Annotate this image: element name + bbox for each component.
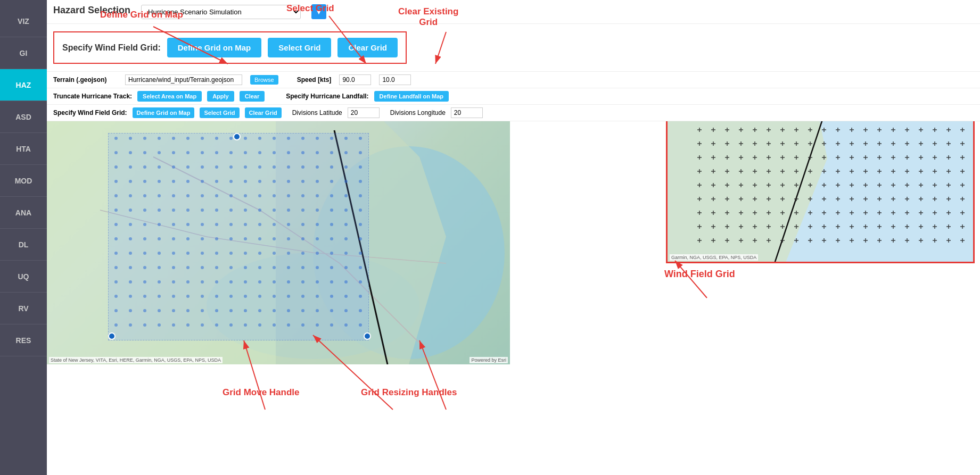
grid-handle-bottom-right[interactable]: [364, 332, 371, 340]
sidebar-item-ana[interactable]: ANA: [0, 197, 47, 229]
ann-wind-field-grid: Wind Field Grid: [664, 269, 735, 280]
define-landfall-btn[interactable]: Define Landfall on Map: [374, 91, 449, 102]
grid-handle-top-center[interactable]: [233, 133, 241, 140]
simulation-type-select[interactable]: Hurricane Scenario Simulation: [141, 5, 301, 19]
select-area-on-map-btn[interactable]: Select Area on Map: [137, 91, 202, 102]
header-row: Hazard Selection Hurricane Scenario Simu…: [47, 0, 980, 24]
sidebar-item-viz[interactable]: VIZ: [0, 5, 47, 37]
wind-grid-map: Garmin, NGA, USGS, EPA, NPS, USDA: [666, 104, 975, 263]
select-grid-btn-row[interactable]: Select Grid: [200, 107, 239, 118]
divisions-lon-input[interactable]: [451, 107, 483, 118]
wind-grid-map-bg: Garmin, NGA, USGS, EPA, NPS, USDA: [668, 105, 973, 262]
ann-grid-move-handle: Grid Move Handle: [223, 387, 300, 398]
speed-input[interactable]: [339, 74, 371, 85]
sidebar-item-res[interactable]: RES: [0, 324, 47, 356]
terrain-input[interactable]: [125, 74, 242, 85]
ann-grid-resizing-handles: Grid Resizing Handles: [361, 387, 457, 398]
map-attribution: State of New Jersey, VITA, Esri, HERE, G…: [49, 357, 223, 363]
divisions-lon-label: Divisions Longitude: [390, 109, 446, 116]
define-grid-btn-row[interactable]: Define Grid on Map: [133, 107, 195, 118]
terrain-label: Terrain (.geojson): [53, 76, 117, 84]
wind-grid-row: Specify Wind Field Grid: Define Grid on …: [47, 105, 980, 121]
speed-perturbation-input[interactable]: [379, 74, 411, 85]
map-powered-by: Powered by Esri: [470, 357, 508, 363]
apply-btn[interactable]: Apply: [207, 91, 234, 102]
wind-grid-attribution: Garmin, NGA, USGS, EPA, NPS, USDA: [670, 254, 758, 261]
hazard-selection-title: Hazard Selection: [53, 5, 130, 16]
specify-grid-label: Specify Wind Field Grid:: [62, 43, 161, 53]
sidebar-item-gi[interactable]: GI: [0, 37, 47, 69]
grid-handle-bottom-left[interactable]: [108, 332, 116, 340]
clear-grid-btn-main[interactable]: Clear Grid: [337, 38, 398, 57]
top-panel: Hazard Selection Hurricane Scenario Simu…: [47, 0, 980, 121]
terrain-speed-row: Terrain (.geojson) Browse Speed [kts]: [47, 72, 980, 88]
sidebar-item-uq[interactable]: UQ: [0, 261, 47, 293]
wind-grid-svg: [668, 105, 975, 263]
select-grid-btn-main[interactable]: Select Grid: [268, 38, 331, 57]
divisions-lat-input[interactable]: [348, 107, 380, 118]
landfall-label: Specify Hurricane Landfall:: [286, 93, 368, 100]
sidebar-item-rv[interactable]: RV: [0, 293, 47, 324]
main-map[interactable]: State of New Jersey, VITA, Esri, HERE, G…: [47, 104, 510, 364]
main-content: Hazard Selection Hurricane Scenario Simu…: [47, 0, 980, 475]
wind-grid-row-label: Specify Wind Field Grid:: [53, 109, 127, 116]
main-map-container: State of New Jersey, VITA, Esri, HERE, G…: [47, 104, 510, 364]
clear-truncate-btn[interactable]: Clear: [240, 91, 265, 102]
clear-grid-btn-row[interactable]: Clear Grid: [245, 107, 282, 118]
sidebar-item-hta[interactable]: HTA: [0, 133, 47, 165]
browse-button[interactable]: Browse: [250, 75, 278, 85]
speed-label: Speed [kts]: [297, 76, 332, 84]
sidebar-item-dl[interactable]: DL: [0, 229, 47, 261]
sidebar-item-asd[interactable]: ASD: [0, 101, 47, 133]
sidebar-item-haz[interactable]: HAZ: [0, 69, 47, 101]
specify-grid-box: Specify Wind Field Grid: Define Grid on …: [53, 31, 407, 64]
truncate-label: Truncate Hurricane Track:: [53, 93, 132, 100]
sidebar: VIZ GI HAZ ASD HTA MOD ANA DL UQ RV RES: [0, 0, 47, 475]
define-grid-on-map-btn-main[interactable]: Define Grid on Map: [167, 38, 262, 57]
grid-overlay: [108, 133, 369, 340]
truncate-landfall-row: Truncate Hurricane Track: Select Area on…: [47, 88, 980, 105]
simulation-type-dropdown-btn[interactable]: ▼: [311, 4, 326, 19]
specify-grid-line: Specify Wind Field Grid: Define Grid on …: [47, 24, 980, 72]
sidebar-item-mod[interactable]: MOD: [0, 165, 47, 197]
divisions-lat-label: Divisions Latitude: [292, 109, 342, 116]
